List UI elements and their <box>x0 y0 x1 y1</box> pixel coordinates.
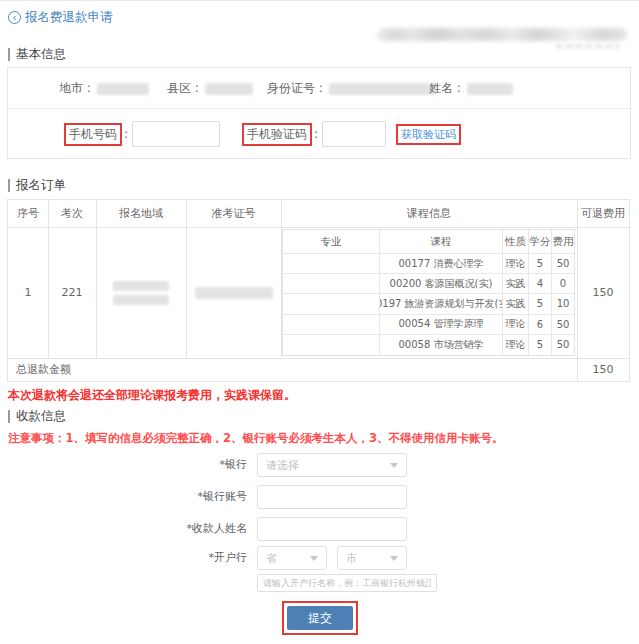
page-title: 报名费退款申请 <box>25 9 113 26</box>
redacted-notice-sub <box>556 44 620 49</box>
cell-region <box>96 227 186 358</box>
section-title-order: 报名订单 <box>8 177 66 194</box>
basic-info-panel: 地市 : 县区 : 身份证号 : 姓名 : 手机号码 : 手机验证码 : <box>7 67 631 159</box>
city-select[interactable]: 市 <box>337 546 407 570</box>
bank-account-input[interactable] <box>257 485 407 509</box>
colon: : <box>314 127 318 141</box>
section-title-payee: 收款信息 <box>8 408 66 425</box>
col-header-ticket: 准考证号 <box>186 200 281 227</box>
course-name: 00200 客源国概况(实) <box>380 274 503 294</box>
phone-label: 手机号码 <box>64 123 122 146</box>
cell-session: 221 <box>48 227 96 358</box>
province-select[interactable]: 省 <box>257 546 327 570</box>
get-code-button[interactable]: 获取验证码 <box>396 124 461 145</box>
city-select-placeholder: 市 <box>346 551 390 566</box>
course-fee: 10 <box>552 294 574 314</box>
basic-info-row: 地市 : 县区 : 身份证号 : 姓名 : <box>8 68 630 109</box>
field-id-number: 身份证号 : <box>267 68 437 109</box>
course-nature: 理论 <box>503 315 529 335</box>
total-refund-label: 总退款金额 <box>16 358 136 381</box>
cell-seq: 1 <box>8 227 48 358</box>
redacted-county-value <box>205 83 253 95</box>
province-select-placeholder: 省 <box>266 551 310 566</box>
refund-application-page: ‹ 报名费退款申请 基本信息 地市 : 县区 : 身份证号 : 姓名 : <box>0 0 639 644</box>
back-icon[interactable]: ‹ <box>8 11 21 24</box>
course-fee: 0 <box>552 274 574 294</box>
section-bar <box>8 410 10 423</box>
course-fee: 50 <box>552 315 574 335</box>
order-table: 序号 考次 报名地域 准考证号 课程信息 可退费用 1 221 150 专业 课… <box>7 199 630 382</box>
col-header-seq: 序号 <box>8 200 48 227</box>
redacted-region-value <box>113 281 169 291</box>
section-bar <box>8 179 10 192</box>
bank-select[interactable]: 请选择 <box>257 453 407 477</box>
county-label: 县区 : <box>167 80 199 97</box>
bank-account-label: *银行账号 <box>100 485 247 509</box>
chevron-down-icon <box>390 463 398 468</box>
section-label: 收款信息 <box>16 408 66 425</box>
course-credit: 5 <box>529 254 552 274</box>
course-credit: 6 <box>529 315 552 335</box>
course-name: 00058 市场营销学 <box>380 335 503 355</box>
colon: : <box>124 127 128 141</box>
name-label: 姓名 : <box>429 80 461 97</box>
refund-policy-note: 本次退款将会退还全部理论课报考费用，实践课保留。 <box>8 387 296 404</box>
course-credit: 5 <box>529 294 552 314</box>
sms-code-label: 手机验证码 <box>242 123 312 146</box>
course-name: 00054 管理学原理 <box>380 315 503 335</box>
course-fee: 50 <box>552 254 574 274</box>
redacted-city-value <box>97 83 149 95</box>
redacted-region-value <box>113 295 169 305</box>
section-title-basic-info: 基本信息 <box>8 46 66 63</box>
submit-button[interactable]: 提交 <box>287 606 353 630</box>
id-number-label: 身份证号 : <box>267 80 323 97</box>
redacted-name-value <box>467 83 513 95</box>
course-col-nature: 性质 <box>503 230 529 254</box>
city-label: 地市 : <box>59 80 91 97</box>
section-label: 基本信息 <box>16 46 66 63</box>
course-col-fee: 费用 <box>552 230 574 254</box>
course-table: 专业 课程 性质 学分 费用 00177 消费心理学 理论 5 50 00200… <box>282 229 575 356</box>
course-major-cell <box>283 254 380 274</box>
total-refund-value: 150 <box>577 358 629 381</box>
course-fee: 50 <box>552 335 574 355</box>
submit-annotation-box: 提交 <box>282 601 358 635</box>
cell-refundable: 150 <box>577 227 629 358</box>
bank-select-placeholder: 请选择 <box>266 458 390 473</box>
course-nature: 实践 <box>503 274 529 294</box>
course-nature: 理论 <box>503 335 529 355</box>
field-county: 县区 : <box>167 68 253 109</box>
course-major-cell <box>283 315 380 335</box>
redacted-ticket-value <box>195 287 273 299</box>
sms-code-input[interactable] <box>322 121 386 147</box>
course-major-cell <box>283 294 380 314</box>
branch-label: *开户行 <box>100 546 247 570</box>
payee-notice: 注意事项：1、填写的信息必须完整正确，2、银行账号必须考生本人，3、不得使用信用… <box>8 431 504 446</box>
course-nature: 实践 <box>503 294 529 314</box>
course-name: 00197 旅游资源规划与开发(实) <box>380 294 503 314</box>
course-col-course: 课程 <box>380 230 503 254</box>
course-major-cell <box>283 274 380 294</box>
col-header-course-info: 课程信息 <box>281 200 577 227</box>
col-header-region: 报名地域 <box>96 200 186 227</box>
branch-name-input[interactable] <box>257 574 437 592</box>
course-name: 00177 消费心理学 <box>380 254 503 274</box>
section-bar <box>8 48 10 61</box>
bank-label: *银行 <box>100 453 247 477</box>
breadcrumb[interactable]: ‹ 报名费退款申请 <box>8 9 113 26</box>
field-city: 地市 : <box>59 68 149 109</box>
course-credit: 4 <box>529 274 552 294</box>
field-name: 姓名 : <box>429 68 513 109</box>
payee-name-input[interactable] <box>257 517 407 541</box>
col-header-refundable: 可退费用 <box>577 200 629 227</box>
col-header-session: 考次 <box>48 200 96 227</box>
redacted-notice-bar <box>377 28 627 41</box>
section-label: 报名订单 <box>16 177 66 194</box>
payee-name-label: *收款人姓名 <box>100 517 247 541</box>
phone-row: 手机号码 : 手机验证码 : 获取验证码 <box>8 109 630 159</box>
redacted-id-value <box>329 83 437 95</box>
phone-input[interactable] <box>132 121 220 147</box>
course-nature: 理论 <box>503 254 529 274</box>
course-col-credit: 学分 <box>529 230 552 254</box>
cell-ticket <box>186 227 281 358</box>
